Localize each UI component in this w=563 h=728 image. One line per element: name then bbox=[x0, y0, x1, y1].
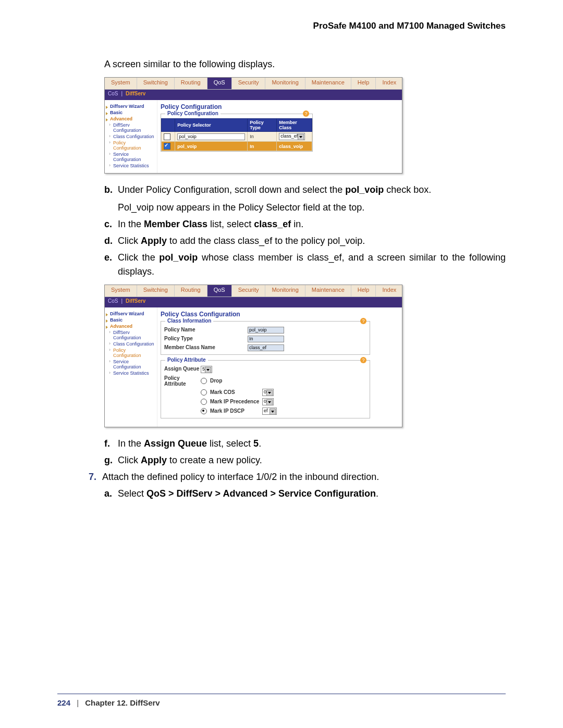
radio-mark-ip-dscp[interactable] bbox=[201, 408, 207, 414]
tab-system-2[interactable]: System bbox=[105, 285, 137, 297]
policy-attr-legend: Policy Attribute bbox=[165, 357, 208, 363]
subtab-cos-2[interactable]: CoS bbox=[108, 298, 118, 306]
policy-type-field: In bbox=[248, 336, 284, 342]
chapter-label: Chapter 12. DiffServ bbox=[85, 698, 160, 707]
help-icon[interactable]: ? bbox=[303, 110, 309, 117]
panel-title-2: Policy Class Configuration bbox=[161, 311, 399, 318]
page-footer: 224 | Chapter 12. DiffServ bbox=[57, 689, 506, 707]
step-b: b. Under Policy Configuration, scroll do… bbox=[104, 183, 506, 214]
col-policy-type: Policy Type bbox=[248, 119, 277, 132]
sidebar-service-stats[interactable]: Service Statistics bbox=[107, 163, 155, 169]
step-d: d. Click Apply to add the class class_ef… bbox=[104, 234, 506, 248]
screenshot-policy-config: System Switching Routing QoS Security Mo… bbox=[104, 77, 402, 174]
step-g: g. Click Apply to create a new policy. bbox=[104, 453, 506, 467]
assign-queue-label: Assign Queue bbox=[164, 366, 201, 373]
tab-maintenance[interactable]: Maintenance bbox=[305, 78, 351, 89]
step-c: c. In the Member Class list, select clas… bbox=[104, 217, 506, 231]
assign-queue-select[interactable]: 5 bbox=[201, 366, 212, 373]
tab-routing-2[interactable]: Routing bbox=[175, 285, 207, 297]
doc-header: ProSafe M4100 and M7100 Managed Switches bbox=[57, 21, 506, 31]
row-checkbox-blank[interactable] bbox=[164, 133, 170, 140]
step-7a: a. Select QoS > DiffServ > Advanced > Se… bbox=[104, 487, 506, 500]
radio-mark-ip-prec[interactable] bbox=[201, 399, 207, 405]
sidebar-diffserv-config[interactable]: DiffServ Configuration bbox=[107, 122, 155, 133]
sidebar-policy-config-2[interactable]: Policy Configuration bbox=[107, 347, 155, 359]
step-e: e. Click the pol_voip whose class member… bbox=[104, 251, 506, 278]
sidebar-basic-2[interactable]: Basic bbox=[107, 317, 155, 323]
member-class-select[interactable]: class_ef bbox=[279, 133, 305, 140]
tab-security-2[interactable]: Security bbox=[232, 285, 266, 297]
sidebar-diffserv-wizard[interactable]: Diffserv Wizard bbox=[107, 103, 155, 109]
col-checkbox bbox=[162, 119, 175, 132]
class-info-legend: Class Information bbox=[165, 318, 213, 324]
main-tabs-2: System Switching Routing QoS Security Mo… bbox=[105, 285, 402, 297]
tab-monitoring-2[interactable]: Monitoring bbox=[265, 285, 305, 297]
policy-type-cell: In bbox=[248, 132, 277, 142]
tab-qos-2[interactable]: QoS bbox=[207, 285, 232, 297]
sidebar-advanced[interactable]: Advanced bbox=[107, 116, 155, 122]
subtab-cos[interactable]: CoS bbox=[108, 91, 118, 99]
opt-mark-ip-dscp: Mark IP DSCP bbox=[210, 408, 262, 414]
row-member-class: class_voip bbox=[277, 142, 312, 151]
member-class-field: class_ef bbox=[248, 344, 284, 351]
mark-ip-dscp-select[interactable]: ef bbox=[262, 408, 277, 415]
row-policy-selector: pol_voip bbox=[175, 142, 248, 151]
panel-legend: Policy Configuration bbox=[165, 110, 221, 116]
tab-help[interactable]: Help bbox=[351, 78, 376, 89]
tab-security[interactable]: Security bbox=[232, 78, 266, 89]
sidebar: Diffserv Wizard Basic Advanced DiffServ … bbox=[105, 100, 157, 173]
policy-attr-label: Policy Attribute bbox=[164, 375, 201, 387]
main-tabs: System Switching Routing QoS Security Mo… bbox=[105, 78, 402, 90]
policy-selector-input[interactable]: pol_voip bbox=[177, 133, 245, 140]
step-f: f. In the Assign Queue list, select 5. bbox=[104, 437, 506, 450]
sidebar-advanced-2[interactable]: Advanced bbox=[107, 323, 155, 329]
opt-mark-ip-prec: Mark IP Precedence bbox=[210, 399, 262, 404]
opt-drop: Drop bbox=[210, 378, 222, 384]
col-policy-selector: Policy Selector bbox=[175, 119, 248, 132]
panel-title: Policy Configuration bbox=[161, 103, 399, 110]
radio-drop[interactable] bbox=[201, 378, 207, 384]
tab-switching[interactable]: Switching bbox=[137, 78, 175, 89]
tab-index-2[interactable]: Index bbox=[376, 285, 403, 297]
sidebar-2: Diffserv Wizard Basic Advanced DiffServ … bbox=[105, 307, 157, 427]
help-icon-3[interactable]: ? bbox=[360, 357, 366, 363]
tab-index[interactable]: Index bbox=[376, 78, 403, 89]
tab-qos[interactable]: QoS bbox=[207, 78, 232, 89]
screenshot-policy-class-config: System Switching Routing QoS Security Mo… bbox=[104, 285, 402, 427]
sidebar-diffserv-wizard-2[interactable]: Diffserv Wizard bbox=[107, 311, 155, 317]
sidebar-service-config-2[interactable]: Service Configuration bbox=[107, 359, 155, 370]
sidebar-class-config-2[interactable]: Class Configuration bbox=[107, 341, 155, 347]
sidebar-service-config[interactable]: Service Configuration bbox=[107, 151, 155, 163]
col-member-class: Member Class bbox=[277, 119, 312, 132]
sidebar-class-config[interactable]: Class Configuration bbox=[107, 133, 155, 140]
step-7: 7. Attach the defined policy to interfac… bbox=[89, 470, 506, 484]
member-class-label: Member Class Name bbox=[164, 344, 248, 351]
sidebar-service-stats-2[interactable]: Service Statistics bbox=[107, 370, 155, 376]
sidebar-basic[interactable]: Basic bbox=[107, 109, 155, 116]
opt-mark-cos: Mark COS bbox=[210, 389, 262, 395]
sidebar-diffserv-config-2[interactable]: DiffServ Configuration bbox=[107, 329, 155, 341]
row-checkbox-checked[interactable] bbox=[164, 143, 170, 150]
sub-tabs-2: CoS | DiffServ bbox=[105, 297, 402, 307]
policy-type-label: Policy Type bbox=[164, 336, 248, 342]
tab-maintenance-2[interactable]: Maintenance bbox=[305, 285, 351, 297]
tab-switching-2[interactable]: Switching bbox=[137, 285, 175, 297]
sidebar-policy-config[interactable]: Policy Configuration bbox=[107, 140, 155, 151]
tab-monitoring[interactable]: Monitoring bbox=[265, 78, 305, 89]
mark-cos-select[interactable]: 0 bbox=[262, 389, 274, 396]
help-icon-2[interactable]: ? bbox=[360, 318, 366, 324]
page-number: 224 bbox=[57, 698, 70, 707]
intro-text: A screen similar to the following displa… bbox=[104, 57, 506, 71]
subtab-diffserv[interactable]: DiffServ bbox=[126, 91, 145, 99]
policy-name-label: Policy Name bbox=[164, 327, 248, 334]
row-policy-type: In bbox=[248, 142, 277, 151]
sub-tabs: CoS | DiffServ bbox=[105, 90, 402, 100]
mark-ip-prec-select[interactable]: 0 bbox=[262, 398, 274, 405]
tab-routing[interactable]: Routing bbox=[175, 78, 207, 89]
tab-help-2[interactable]: Help bbox=[351, 285, 376, 297]
subtab-diffserv-2[interactable]: DiffServ bbox=[126, 298, 145, 306]
radio-mark-cos[interactable] bbox=[201, 389, 207, 396]
policy-name-field: pol_voip bbox=[248, 327, 284, 334]
tab-system[interactable]: System bbox=[105, 78, 137, 89]
